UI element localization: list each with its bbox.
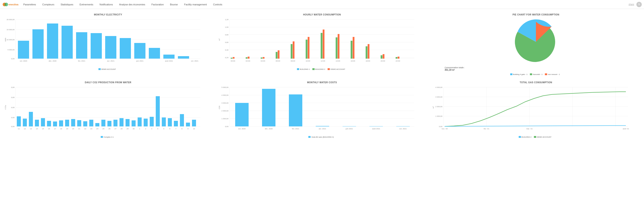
svg-text:12: 12 [24,128,26,130]
svg-text:22:00: 22:00 [396,60,400,62]
svg-text:15: 15 [42,128,44,130]
nav-notifications[interactable]: Notifications [99,3,114,6]
hourly-water-legend: BUILDING 1 BUILDING 2 DEMO ACCOUNT [217,68,427,70]
svg-text:10 000,00: 10 000,00 [6,39,14,41]
svg-text:4: 4 [157,128,158,130]
svg-rect-64 [338,34,340,58]
svg-rect-15 [18,41,29,58]
monthly-electricity-legend: DEMO ACCOUNT [3,68,213,70]
svg-rect-52 [248,56,250,58]
gas-chart: 4 000,00 3 000,00 2 000,00 1 000,00 0,00… [431,85,632,134]
svg-text:4 000,00: 4 000,00 [436,86,442,88]
svg-text:23: 23 [90,128,92,130]
svg-text:2 000,00: 2 000,00 [436,106,442,108]
svg-rect-121 [162,118,166,126]
nav-bourse[interactable]: Bourse [169,3,179,6]
svg-text:04:00: 04:00 [261,60,266,62]
svg-text:0,20: 0,20 [225,56,228,58]
total-gas-title: TOTAL GAS CONSUMPTION [431,81,641,84]
hourly-water-chart: 1,20 1,00 0,80 0,60 0,40 0,20 m³ [217,17,419,66]
svg-rect-50 [233,57,234,58]
svg-text:3 000,00: 3 000,00 [436,96,442,98]
svg-text:27: 27 [114,128,116,130]
svg-text:21: 21 [78,128,80,130]
svg-rect-49 [231,58,232,58]
svg-rect-124 [180,114,184,126]
svg-rect-24 [149,48,160,58]
water-costs-chart: 5 000,00 4 000,00 3 000,00 2 000,00 1 00… [217,85,419,134]
svg-text:1,20: 1,20 [225,18,228,20]
svg-text:0,00: 0,00 [225,126,228,128]
svg-text:5 000,00: 5 000,00 [222,86,229,88]
svg-rect-118 [144,118,148,126]
nav-compteurs[interactable]: Compteurs [42,3,55,6]
nav-analyse[interactable]: Analyse des économies [118,3,146,6]
svg-rect-103 [53,122,57,126]
svg-rect-123 [174,121,178,126]
nav-controls[interactable]: Controls [212,3,223,6]
svg-rect-113 [114,120,118,126]
nav-facturation[interactable]: Facturation [150,3,165,6]
svg-text:6: 6 [170,128,170,130]
svg-text:14:00: 14:00 [336,60,340,62]
user-avatar[interactable]: N [636,2,642,7]
svg-text:25: 25 [102,128,104,130]
svg-text:24: 24 [96,128,98,130]
hourly-water-panel: HOURLY WATER CONSUMPTION 1,20 1,00 0,80 … [216,11,428,77]
svg-text:enectiva: enectiva [8,3,18,6]
svg-rect-53 [261,58,262,58]
svg-rect-125 [186,122,190,126]
gas-legend: BUILDING 2 DEMO ACCOUNT [431,136,641,138]
svg-text:m³: m³ [432,106,434,108]
svg-rect-109 [89,120,93,126]
svg-rect-51 [246,57,248,58]
svg-text:oct. 2020: oct. 2020 [238,128,246,130]
svg-rect-173 [289,94,302,126]
svg-text:14: 14 [36,128,38,130]
svg-rect-55 [276,52,278,58]
svg-rect-119 [150,117,154,126]
svg-rect-111 [101,120,106,126]
svg-rect-116 [132,120,136,126]
svg-text:mar. '21: mar. '21 [526,128,533,130]
svg-rect-174 [316,126,329,126]
svg-rect-114 [120,118,124,126]
svg-rect-108 [83,121,87,126]
svg-rect-176 [370,126,383,126]
svg-rect-100 [35,120,39,126]
svg-text:5: 5 [163,128,164,130]
svg-rect-69 [381,55,382,58]
svg-text:12:00: 12:00 [321,60,325,62]
svg-text:11: 11 [18,128,20,130]
nav-parametres[interactable]: Paramètres [22,3,37,6]
share-link[interactable]: share [628,3,634,6]
svg-rect-59 [306,40,308,58]
svg-point-1 [4,3,8,6]
svg-rect-66 [353,37,354,58]
svg-rect-115 [126,119,130,126]
svg-rect-19 [76,32,87,58]
svg-text:0,00: 0,00 [11,58,14,60]
dashboard: MONTHLY ELECTRICITY 20 000,00 15 000,00 … [0,9,644,142]
monthly-water-costs-panel: MONTHLY WATER COSTS 5 000,00 4 000,00 3 … [216,79,428,140]
svg-rect-72 [398,56,400,58]
nav-statistiques[interactable]: Statistiques [60,3,74,6]
svg-rect-98 [23,118,27,126]
svg-rect-102 [47,121,51,126]
monthly-electricity-chart: 20 000,00 15 000,00 10 000,00 5 000,00 0… [3,17,205,66]
svg-rect-71 [396,57,398,58]
svg-text:15 000,00: 15 000,00 [6,29,14,31]
nav-facility[interactable]: Facility management [183,3,208,6]
svg-text:22: 22 [84,128,86,130]
svg-text:1 000,00: 1 000,00 [222,118,229,120]
co2-water-panel: DAILY CO2 PRODUCTION FROM WATER 0,00 0,0… [2,79,214,140]
svg-text:18: 18 [60,128,62,130]
svg-rect-26 [178,56,189,58]
svg-rect-54 [263,57,264,58]
svg-text:avr. 2021: avr. 2021 [107,60,114,62]
pie-total-label: Consommation totale : 351,19 m² [444,66,465,71]
nav-evenements[interactable]: Evénements [79,3,94,6]
svg-text:08:00: 08:00 [291,60,295,62]
svg-text:2 000,00: 2 000,00 [222,110,229,112]
svg-text:oct. 2021: oct. 2021 [400,128,407,130]
